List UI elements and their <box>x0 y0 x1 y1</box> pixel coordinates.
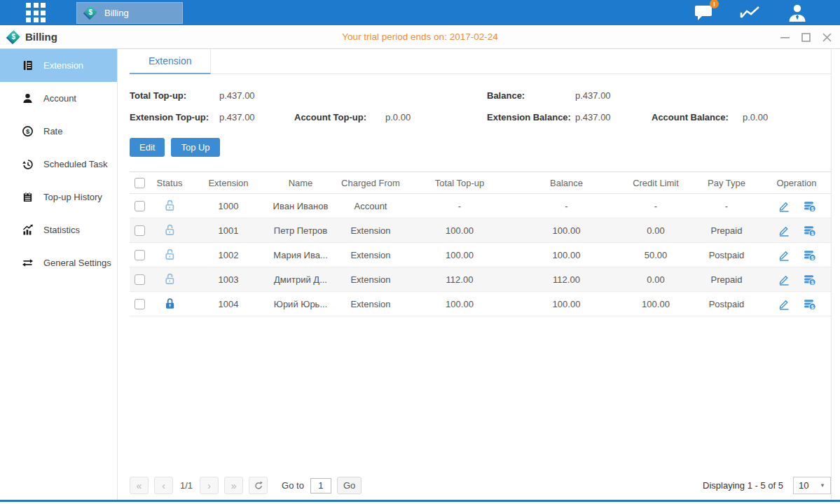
top-up-row-icon[interactable]: $ <box>803 273 816 286</box>
panel-right-border <box>831 49 832 500</box>
edit-button[interactable]: Edit <box>130 138 165 157</box>
topup-history-icon <box>22 191 34 204</box>
extension-icon <box>22 59 34 72</box>
cell-pay-type: Postpaid <box>691 243 762 267</box>
table-row: 1003Дмитрий Д...Extension112.00112.000.0… <box>130 267 831 292</box>
row-checkbox[interactable] <box>135 299 145 309</box>
goto-page-input[interactable] <box>310 478 331 493</box>
top-up-row-icon[interactable]: $ <box>803 248 816 261</box>
cell-total-top-up: 100.00 <box>407 218 512 243</box>
cell-extension: 1004 <box>190 292 267 316</box>
minimize-button[interactable] <box>780 32 790 42</box>
cell-credit-limit: 0.00 <box>621 267 691 292</box>
extension-balance: Extension Balance: p.437.00 <box>487 112 652 122</box>
cell-credit-limit: - <box>621 194 691 218</box>
cell-charged-from: Extension <box>334 292 407 316</box>
account-icon <box>22 92 34 105</box>
sidebar-item-rate[interactable]: $Rate <box>0 115 117 148</box>
col-balance: Balance <box>512 172 621 194</box>
maximize-button[interactable] <box>801 32 811 42</box>
top-up-button[interactable]: Top Up <box>171 138 219 157</box>
sidebar-item-statistics[interactable]: Statistics <box>0 214 117 246</box>
statistics-chart-icon[interactable] <box>739 4 762 21</box>
tab-extension[interactable]: Extension <box>130 49 211 74</box>
edit-row-icon[interactable] <box>778 298 790 310</box>
scheduled-task-icon <box>22 158 34 171</box>
sidebar-item-extension[interactable]: Extension <box>0 49 117 82</box>
page-size-value: 10 <box>799 480 808 491</box>
table-row: 1002Мария Ива...Extension100.00100.0050.… <box>130 243 831 267</box>
edit-row-icon[interactable] <box>778 200 790 212</box>
balance: Balance: p.437.00 <box>487 90 652 101</box>
billing-app-icon: $ <box>83 6 97 20</box>
cell-charged-from: Extension <box>334 267 407 292</box>
cell-pay-type: Prepaid <box>691 267 762 292</box>
cell-extension: 1002 <box>190 243 267 267</box>
sidebar-item-scheduled-task[interactable]: Scheduled Task <box>0 148 117 181</box>
cell-total-top-up: 100.00 <box>407 243 512 267</box>
go-button[interactable]: Go <box>337 477 362 494</box>
refresh-button[interactable] <box>249 477 268 494</box>
row-checkbox[interactable] <box>135 201 145 211</box>
displaying-text: Displaying 1 - 5 of 5 <box>703 480 783 491</box>
page-indicator: 1/1 <box>180 480 193 491</box>
desktop-topbar: $ Billing ! <box>0 0 840 25</box>
edit-row-icon[interactable] <box>778 248 790 261</box>
row-checkbox[interactable] <box>135 250 145 260</box>
cell-name: Юрий Юрь... <box>267 292 334 316</box>
close-button[interactable] <box>822 32 832 42</box>
edit-row-icon[interactable] <box>778 224 790 237</box>
last-page-button[interactable]: » <box>224 477 243 494</box>
col-extension: Extension <box>190 172 267 194</box>
extensions-table: Status Extension Name Charged From Total… <box>130 172 831 316</box>
col-status: Status <box>149 172 190 194</box>
window-titlebar: $ Billing Your trial period ends on: 201… <box>0 25 840 49</box>
row-checkbox[interactable] <box>135 225 145 236</box>
cell-charged-from: Account <box>334 194 407 218</box>
trial-notice: Your trial period ends on: 2017-02-24 <box>0 31 840 42</box>
sidebar-item-label: Account <box>43 93 76 104</box>
cell-name: Петр Петров <box>267 218 334 243</box>
col-charged-from: Charged From <box>334 172 407 194</box>
lock-closed-icon <box>164 301 176 312</box>
content-tabs: Extension <box>130 49 831 74</box>
sidebar-item-topup-history[interactable]: Top-up History <box>0 181 117 214</box>
cell-credit-limit: 50.00 <box>621 243 691 267</box>
account-top-up: Account Top-up: p.0.00 <box>294 112 487 122</box>
sidebar-item-label: Top-up History <box>43 192 102 202</box>
table-row: 1004Юрий Юрь...Extension100.00100.00100.… <box>130 292 831 316</box>
col-operation: Operation <box>762 172 831 194</box>
lock-open-icon <box>164 203 176 214</box>
cell-total-top-up: - <box>407 194 512 218</box>
svg-text:$: $ <box>811 231 813 237</box>
top-up-row-icon[interactable]: $ <box>803 224 816 237</box>
window-title: Billing <box>25 31 57 43</box>
cell-pay-type: - <box>691 194 762 218</box>
notifications-icon[interactable]: ! <box>693 4 714 22</box>
table-row: 1001Петр ПетровExtension100.00100.000.00… <box>130 218 831 243</box>
prev-page-button[interactable]: ‹ <box>154 477 173 494</box>
select-all-checkbox[interactable] <box>135 178 145 188</box>
table-footer: « ‹ 1/1 › » Go to Go Displaying 1 - 5 of… <box>130 477 831 494</box>
col-total-top-up: Total Top-up <box>407 172 512 194</box>
top-up-row-icon[interactable]: $ <box>803 298 816 310</box>
total-top-up: Total Top-up: p.437.00 <box>130 90 294 101</box>
apps-grid-icon[interactable] <box>26 3 46 22</box>
cell-total-top-up: 112.00 <box>407 267 512 292</box>
edit-row-icon[interactable] <box>778 273 790 286</box>
cell-name: Мария Ива... <box>267 243 334 267</box>
first-page-button[interactable]: « <box>130 477 149 494</box>
sidebar-item-general-settings[interactable]: General Settings <box>0 246 117 279</box>
sidebar-item-label: Rate <box>43 126 62 136</box>
window-billing-icon: $ <box>6 30 20 44</box>
topbar-billing-tab[interactable]: $ Billing <box>76 2 183 24</box>
goto-label: Go to <box>282 480 304 491</box>
col-name: Name <box>267 172 334 194</box>
top-up-row-icon[interactable]: $ <box>803 200 816 212</box>
main-panel: Extension Total Top-up: p.437.00 Balance… <box>118 49 840 500</box>
user-account-icon[interactable] <box>787 4 808 22</box>
row-checkbox[interactable] <box>135 274 145 285</box>
sidebar-item-account[interactable]: Account <box>0 82 117 115</box>
page-size-select[interactable]: 10 ▼ <box>793 477 831 494</box>
next-page-button[interactable]: › <box>200 477 219 494</box>
